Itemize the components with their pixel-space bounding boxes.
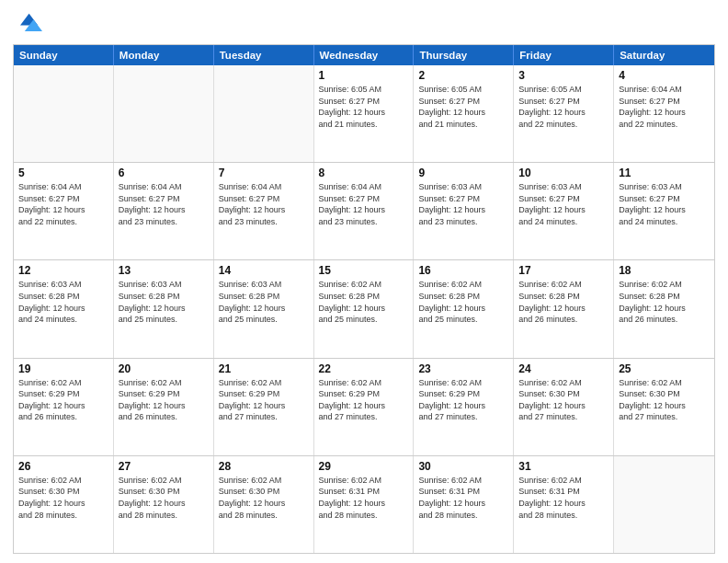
calendar-day-21: 21Sunrise: 6:02 AMSunset: 6:29 PMDayligh… <box>214 359 314 455</box>
header-day-tuesday: Tuesday <box>214 45 314 65</box>
day-info: Sunrise: 6:05 AMSunset: 6:27 PMDaylight:… <box>418 84 508 130</box>
calendar-day-2: 2Sunrise: 6:05 AMSunset: 6:27 PMDaylight… <box>414 65 514 162</box>
day-number: 9 <box>418 167 508 179</box>
day-number: 19 <box>18 362 108 375</box>
day-info: Sunrise: 6:03 AMSunset: 6:27 PMDaylight:… <box>619 181 710 227</box>
page: SundayMondayTuesdayWednesdayThursdayFrid… <box>0 0 728 563</box>
calendar-day-15: 15Sunrise: 6:02 AMSunset: 6:28 PMDayligh… <box>314 260 415 357</box>
calendar-day-empty <box>114 65 214 162</box>
day-number: 20 <box>119 362 209 375</box>
day-info: Sunrise: 6:03 AMSunset: 6:28 PMDaylight:… <box>119 279 209 325</box>
day-info: Sunrise: 6:02 AMSunset: 6:29 PMDaylight:… <box>119 377 209 423</box>
day-number: 25 <box>619 362 710 375</box>
day-number: 7 <box>219 167 309 179</box>
day-info: Sunrise: 6:04 AMSunset: 6:27 PMDaylight:… <box>219 181 309 227</box>
calendar: SundayMondayTuesdayWednesdayThursdayFrid… <box>13 44 715 554</box>
day-info: Sunrise: 6:02 AMSunset: 6:31 PMDaylight:… <box>319 475 409 521</box>
day-info: Sunrise: 6:02 AMSunset: 6:29 PMDaylight:… <box>418 377 508 423</box>
calendar-day-18: 18Sunrise: 6:02 AMSunset: 6:28 PMDayligh… <box>614 260 714 357</box>
calendar-day-3: 3Sunrise: 6:05 AMSunset: 6:27 PMDaylight… <box>514 65 614 162</box>
logo <box>13 9 46 39</box>
calendar-day-empty <box>214 65 314 162</box>
day-info: Sunrise: 6:02 AMSunset: 6:30 PMDaylight:… <box>619 377 710 423</box>
calendar-day-25: 25Sunrise: 6:02 AMSunset: 6:30 PMDayligh… <box>614 359 714 455</box>
calendar-day-31: 31Sunrise: 6:02 AMSunset: 6:31 PMDayligh… <box>514 456 614 553</box>
day-number: 21 <box>219 362 309 375</box>
day-number: 30 <box>418 460 508 473</box>
day-number: 26 <box>18 460 108 473</box>
day-info: Sunrise: 6:02 AMSunset: 6:31 PMDaylight:… <box>518 475 609 521</box>
calendar-day-19: 19Sunrise: 6:02 AMSunset: 6:29 PMDayligh… <box>14 359 114 455</box>
calendar-day-14: 14Sunrise: 6:03 AMSunset: 6:28 PMDayligh… <box>214 260 314 357</box>
day-number: 27 <box>119 460 209 473</box>
calendar-day-4: 4Sunrise: 6:04 AMSunset: 6:27 PMDaylight… <box>614 65 714 162</box>
day-info: Sunrise: 6:02 AMSunset: 6:28 PMDaylight:… <box>418 279 508 325</box>
calendar-body: 1Sunrise: 6:05 AMSunset: 6:27 PMDaylight… <box>14 65 714 553</box>
day-number: 11 <box>619 167 710 179</box>
calendar-day-10: 10Sunrise: 6:03 AMSunset: 6:27 PMDayligh… <box>514 163 614 259</box>
day-info: Sunrise: 6:04 AMSunset: 6:27 PMDaylight:… <box>619 84 710 130</box>
calendar-week-5: 26Sunrise: 6:02 AMSunset: 6:30 PMDayligh… <box>14 455 714 553</box>
day-number: 10 <box>518 167 609 179</box>
day-info: Sunrise: 6:02 AMSunset: 6:30 PMDaylight:… <box>219 475 309 521</box>
calendar-day-1: 1Sunrise: 6:05 AMSunset: 6:27 PMDaylight… <box>314 65 415 162</box>
calendar-day-7: 7Sunrise: 6:04 AMSunset: 6:27 PMDaylight… <box>214 163 314 259</box>
header-day-saturday: Saturday <box>614 45 714 65</box>
calendar-week-4: 19Sunrise: 6:02 AMSunset: 6:29 PMDayligh… <box>14 358 714 455</box>
calendar-day-29: 29Sunrise: 6:02 AMSunset: 6:31 PMDayligh… <box>314 456 415 553</box>
calendar-day-9: 9Sunrise: 6:03 AMSunset: 6:27 PMDaylight… <box>414 163 514 259</box>
logo-icon <box>13 9 42 39</box>
day-number: 1 <box>319 69 409 82</box>
day-info: Sunrise: 6:04 AMSunset: 6:27 PMDaylight:… <box>319 181 409 227</box>
day-number: 29 <box>319 460 409 473</box>
day-info: Sunrise: 6:02 AMSunset: 6:30 PMDaylight:… <box>119 475 209 521</box>
day-info: Sunrise: 6:04 AMSunset: 6:27 PMDaylight:… <box>18 181 108 227</box>
day-number: 3 <box>518 69 609 82</box>
calendar-day-17: 17Sunrise: 6:02 AMSunset: 6:28 PMDayligh… <box>514 260 614 357</box>
day-number: 8 <box>319 167 409 179</box>
calendar-day-23: 23Sunrise: 6:02 AMSunset: 6:29 PMDayligh… <box>414 359 514 455</box>
day-info: Sunrise: 6:02 AMSunset: 6:30 PMDaylight:… <box>518 377 609 423</box>
calendar-day-16: 16Sunrise: 6:02 AMSunset: 6:28 PMDayligh… <box>414 260 514 357</box>
calendar-day-11: 11Sunrise: 6:03 AMSunset: 6:27 PMDayligh… <box>614 163 714 259</box>
day-number: 18 <box>619 264 710 277</box>
day-info: Sunrise: 6:02 AMSunset: 6:29 PMDaylight:… <box>319 377 409 423</box>
calendar-day-22: 22Sunrise: 6:02 AMSunset: 6:29 PMDayligh… <box>314 359 415 455</box>
day-number: 13 <box>119 264 209 277</box>
calendar-day-empty <box>614 456 714 553</box>
header-day-friday: Friday <box>514 45 614 65</box>
calendar-day-27: 27Sunrise: 6:02 AMSunset: 6:30 PMDayligh… <box>114 456 214 553</box>
day-number: 17 <box>518 264 609 277</box>
day-number: 15 <box>319 264 409 277</box>
calendar-day-6: 6Sunrise: 6:04 AMSunset: 6:27 PMDaylight… <box>114 163 214 259</box>
header <box>13 9 715 39</box>
calendar-day-30: 30Sunrise: 6:02 AMSunset: 6:31 PMDayligh… <box>414 456 514 553</box>
day-number: 23 <box>418 362 508 375</box>
day-info: Sunrise: 6:02 AMSunset: 6:30 PMDaylight:… <box>18 475 108 521</box>
calendar-week-3: 12Sunrise: 6:03 AMSunset: 6:28 PMDayligh… <box>14 259 714 357</box>
day-info: Sunrise: 6:02 AMSunset: 6:29 PMDaylight:… <box>18 377 108 423</box>
day-info: Sunrise: 6:02 AMSunset: 6:28 PMDaylight:… <box>619 279 710 325</box>
header-day-thursday: Thursday <box>414 45 514 65</box>
day-info: Sunrise: 6:05 AMSunset: 6:27 PMDaylight:… <box>518 84 609 130</box>
day-number: 12 <box>18 264 108 277</box>
header-day-wednesday: Wednesday <box>314 45 415 65</box>
calendar-day-12: 12Sunrise: 6:03 AMSunset: 6:28 PMDayligh… <box>14 260 114 357</box>
calendar-week-2: 5Sunrise: 6:04 AMSunset: 6:27 PMDaylight… <box>14 162 714 259</box>
calendar-day-5: 5Sunrise: 6:04 AMSunset: 6:27 PMDaylight… <box>14 163 114 259</box>
day-info: Sunrise: 6:03 AMSunset: 6:27 PMDaylight:… <box>518 181 609 227</box>
day-info: Sunrise: 6:02 AMSunset: 6:28 PMDaylight:… <box>518 279 609 325</box>
day-number: 6 <box>119 167 209 179</box>
calendar-header-row: SundayMondayTuesdayWednesdayThursdayFrid… <box>14 45 714 65</box>
calendar-day-13: 13Sunrise: 6:03 AMSunset: 6:28 PMDayligh… <box>114 260 214 357</box>
day-number: 31 <box>518 460 609 473</box>
day-info: Sunrise: 6:02 AMSunset: 6:28 PMDaylight:… <box>319 279 409 325</box>
day-number: 28 <box>219 460 309 473</box>
header-day-monday: Monday <box>114 45 214 65</box>
day-info: Sunrise: 6:03 AMSunset: 6:28 PMDaylight:… <box>219 279 309 325</box>
header-day-sunday: Sunday <box>14 45 114 65</box>
calendar-day-28: 28Sunrise: 6:02 AMSunset: 6:30 PMDayligh… <box>214 456 314 553</box>
calendar-day-empty <box>14 65 114 162</box>
day-number: 16 <box>418 264 508 277</box>
day-number: 2 <box>418 69 508 82</box>
